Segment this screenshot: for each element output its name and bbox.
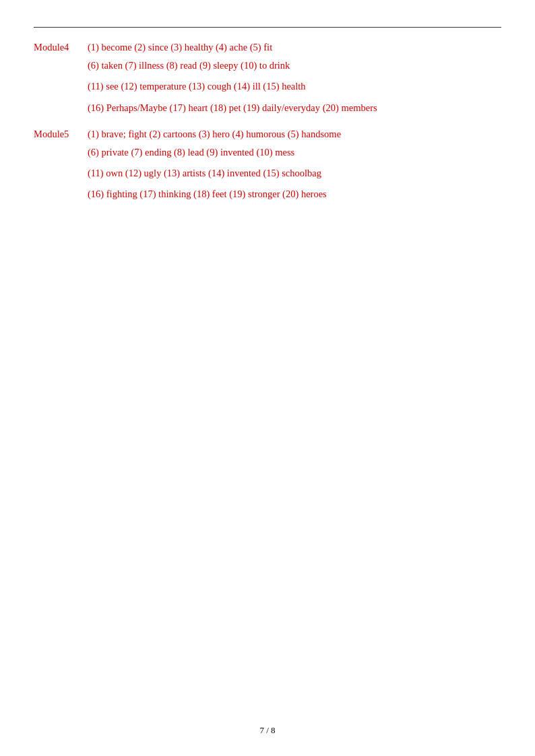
module4-items-3: (11) see (12) temperature (13) cough (14… — [88, 79, 306, 94]
top-border — [34, 27, 501, 28]
module4-items-1: (1) become (2) since (3) healthy (4) ach… — [88, 40, 272, 55]
module4-row-4: (16) Perhaps/Maybe (17) heart (18) pet (… — [88, 98, 501, 118]
module4-items-4: (16) Perhaps/Maybe (17) heart (18) pet (… — [88, 100, 377, 116]
module4-row-3: (11) see (12) temperature (13) cough (14… — [88, 76, 501, 97]
module5-row-1: Module5 (1) brave; fight (2) cartoons (3… — [34, 127, 501, 142]
page: Module4 (1) become (2) since (3) healthy… — [0, 0, 535, 756]
module4-block: Module4 (1) become (2) since (3) healthy… — [34, 40, 501, 118]
module4-row-2: (6) taken (7) illness (8) read (9) sleep… — [88, 55, 501, 76]
module5-items-1: (1) brave; fight (2) cartoons (3) hero (… — [88, 127, 341, 142]
module5-row-4: (16) fighting (17) thinking (18) feet (1… — [88, 184, 501, 205]
module5-items-2: (6) private (7) ending (8) lead (9) inve… — [88, 145, 294, 160]
module5-row-3: (11) own (12) ugly (13) artists (14) inv… — [88, 163, 501, 184]
module5-row-2: (6) private (7) ending (8) lead (9) inve… — [88, 142, 501, 163]
module4-items-2: (6) taken (7) illness (8) read (9) sleep… — [88, 58, 290, 73]
page-footer: 7 / 8 — [0, 725, 535, 736]
module5-label: Module5 — [34, 127, 88, 142]
module4-label: Module4 — [34, 40, 88, 55]
page-number: 7 / 8 — [259, 725, 275, 735]
content: Module4 (1) become (2) since (3) healthy… — [34, 40, 501, 205]
module5-block: Module5 (1) brave; fight (2) cartoons (3… — [34, 127, 501, 205]
module4-row-1: Module4 (1) become (2) since (3) healthy… — [34, 40, 501, 55]
module5-items-4: (16) fighting (17) thinking (18) feet (1… — [88, 186, 327, 202]
module5-items-3: (11) own (12) ugly (13) artists (14) inv… — [88, 166, 321, 181]
